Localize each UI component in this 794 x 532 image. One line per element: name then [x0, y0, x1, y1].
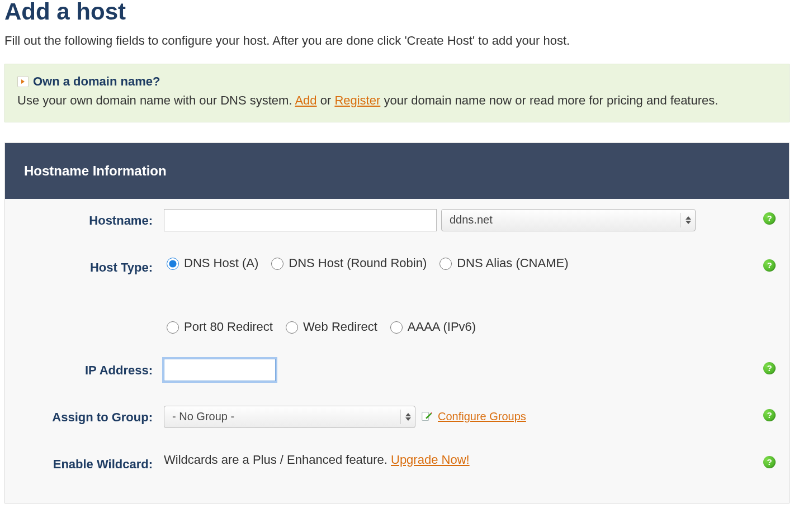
- configure-groups-link[interactable]: Configure Groups: [438, 410, 526, 423]
- row-ip-address: IP Address: ?: [18, 359, 776, 381]
- row-hostname: Hostname: ddns.net ?: [18, 209, 776, 231]
- help-icon[interactable]: ?: [763, 259, 776, 272]
- radio-input-dns-alias[interactable]: [439, 258, 452, 270]
- help-icon[interactable]: ?: [763, 212, 776, 225]
- radio-label: DNS Host (A): [184, 256, 258, 270]
- panel-body: Hostname: ddns.net ? Host Type:: [5, 199, 789, 503]
- add-domain-link[interactable]: Add: [295, 93, 316, 107]
- notice-or: or: [317, 93, 335, 107]
- radio-label: DNS Alias (CNAME): [457, 256, 568, 270]
- notice-heading: Own a domain name?: [33, 74, 160, 89]
- page-subtitle: Fill out the following fields to configu…: [4, 34, 790, 48]
- radio-dns-host-rr[interactable]: DNS Host (Round Robin): [268, 256, 427, 270]
- help-icon[interactable]: ?: [763, 456, 776, 468]
- register-domain-link[interactable]: Register: [334, 93, 380, 107]
- edit-icon: [420, 410, 433, 424]
- chevron-updown-icon: [400, 410, 412, 425]
- hostname-panel: Hostname Information Hostname: ddns.net …: [4, 142, 790, 504]
- radio-label: Port 80 Redirect: [184, 320, 273, 334]
- radio-input-dns-host-rr[interactable]: [271, 258, 283, 270]
- domain-notice: Own a domain name? Use your own domain n…: [4, 64, 790, 122]
- help-icon[interactable]: ?: [763, 409, 776, 421]
- radio-web-redirect[interactable]: Web Redirect: [283, 320, 377, 334]
- label-assign-group: Assign to Group:: [18, 406, 164, 425]
- hostname-input[interactable]: [164, 209, 437, 231]
- ip-address-input[interactable]: [164, 359, 276, 381]
- label-ip-address: IP Address:: [18, 359, 164, 378]
- domain-select[interactable]: ddns.net: [441, 209, 696, 231]
- page-title: Add a host: [4, 0, 790, 23]
- radio-aaaa[interactable]: AAAA (IPv6): [387, 320, 476, 334]
- arrow-right-icon: [17, 76, 29, 87]
- panel-header: Hostname Information: [5, 143, 789, 199]
- row-assign-group: Assign to Group: - No Group - Configure …: [18, 406, 776, 428]
- row-wildcard: Enable Wildcard: Wildcards are a Plus / …: [18, 453, 776, 472]
- radio-label: DNS Host (Round Robin): [289, 256, 427, 270]
- notice-text-post: your domain name now or read more for pr…: [380, 93, 718, 107]
- help-icon[interactable]: ?: [763, 362, 776, 374]
- group-select[interactable]: - No Group -: [164, 406, 415, 428]
- radio-dns-alias[interactable]: DNS Alias (CNAME): [437, 256, 568, 270]
- label-host-type: Host Type:: [18, 256, 164, 275]
- wildcard-text: Wildcards are a Plus / Enhanced feature.: [164, 453, 391, 467]
- radio-input-dns-host-a[interactable]: [167, 258, 179, 270]
- domain-select-value: ddns.net: [450, 213, 493, 226]
- radio-label: AAAA (IPv6): [408, 320, 476, 334]
- upgrade-now-link[interactable]: Upgrade Now!: [391, 453, 470, 467]
- row-host-type: Host Type: DNS Host (A) DNS Host (Round …: [18, 256, 776, 334]
- notice-body: Use your own domain name with our DNS sy…: [17, 92, 777, 110]
- label-wildcard: Enable Wildcard:: [18, 453, 164, 472]
- radio-dns-host-a[interactable]: DNS Host (A): [164, 256, 258, 270]
- notice-text-pre: Use your own domain name with our DNS sy…: [17, 93, 295, 107]
- chevron-updown-icon: [680, 213, 692, 228]
- radio-label: Web Redirect: [303, 320, 377, 334]
- label-hostname: Hostname:: [18, 209, 164, 228]
- group-select-value: - No Group -: [172, 410, 234, 423]
- radio-input-aaaa[interactable]: [390, 321, 403, 334]
- radio-input-port80[interactable]: [167, 321, 179, 334]
- radio-port80[interactable]: Port 80 Redirect: [164, 320, 273, 334]
- radio-input-web-redirect[interactable]: [286, 321, 298, 334]
